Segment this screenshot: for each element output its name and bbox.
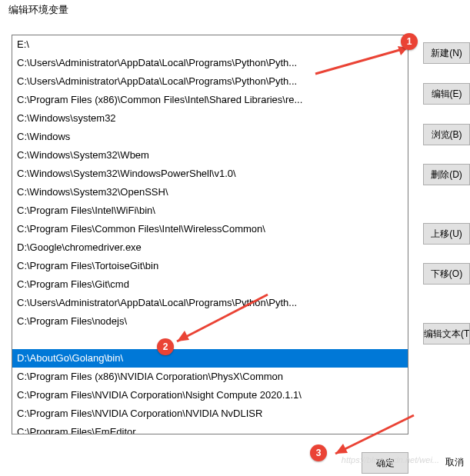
move-down-button[interactable]: 下移(O) bbox=[423, 263, 470, 285]
path-list-item[interactable]: E:\ bbox=[12, 35, 408, 54]
delete-button[interactable]: 删除(D) bbox=[423, 164, 470, 185]
window-title: 编辑环境变量 bbox=[8, 3, 68, 17]
path-list-item[interactable]: C:\Program Files\NVIDIA Corporation\Nsig… bbox=[12, 386, 408, 404]
path-list-item[interactable]: C:\Users\Administrator\AppData\Local\Pro… bbox=[12, 54, 408, 72]
path-list-item[interactable]: C:\Users\Administrator\AppData\Local\Pro… bbox=[12, 294, 408, 312]
edit-text-button[interactable]: 编辑文本(T) bbox=[423, 323, 470, 345]
new-button[interactable]: 新建(N) bbox=[423, 42, 470, 64]
annotation-badge-2: 2 bbox=[157, 338, 174, 355]
path-list-item[interactable]: D:\AboutGo\Golang\bin\ bbox=[12, 349, 408, 368]
path-list-item[interactable]: C:\Program Files\EmEditor bbox=[12, 423, 408, 434]
path-list-item[interactable]: C:\Windows\system32 bbox=[12, 109, 408, 128]
path-list-item[interactable]: C:\Windows\System32\OpenSSH\ bbox=[12, 183, 408, 201]
annotation-badge-1: 1 bbox=[401, 33, 418, 50]
annotation-badge-3: 3 bbox=[310, 444, 327, 461]
svg-marker-5 bbox=[335, 444, 348, 454]
path-list-item[interactable]: D:\Google\chromedriver.exe bbox=[12, 238, 408, 257]
path-list-item[interactable]: C:\Program Files (x86)\NVIDIA Corporatio… bbox=[12, 368, 408, 386]
path-listbox[interactable]: E:\C:\Users\Administrator\AppData\Local\… bbox=[12, 35, 408, 434]
path-list-item[interactable]: C:\Program Files\TortoiseGit\bin bbox=[12, 257, 408, 275]
move-up-button[interactable]: 上移(U) bbox=[423, 223, 470, 245]
path-list-item[interactable]: C:\Program Files\Git\cmd bbox=[12, 275, 408, 294]
watermark-text: https://blog.csdn.net/wei... bbox=[342, 455, 439, 464]
path-list-item[interactable]: C:\Program Files\nodejs\ bbox=[12, 312, 408, 331]
path-list-item[interactable] bbox=[12, 331, 408, 349]
browse-button[interactable]: 浏览(B) bbox=[423, 124, 470, 145]
path-list-item[interactable]: C:\Program Files\NVIDIA Corporation\NVID… bbox=[12, 404, 408, 423]
path-list-item[interactable]: C:\Program Files\Intel\WiFi\bin\ bbox=[12, 201, 408, 220]
path-list-item[interactable]: C:\Users\Administrator\AppData\Local\Pro… bbox=[12, 72, 408, 91]
path-list-item[interactable]: C:\Windows\System32\WindowsPowerShell\v1… bbox=[12, 165, 408, 183]
path-list-item[interactable]: C:\Windows\System32\Wbem bbox=[12, 146, 408, 165]
edit-button[interactable]: 编辑(E) bbox=[423, 83, 470, 105]
path-list-item[interactable]: C:\Windows bbox=[12, 128, 408, 146]
path-list-item[interactable]: C:\Program Files\Common Files\Intel\Wire… bbox=[12, 220, 408, 238]
path-list-item[interactable]: C:\Program Files (x86)\Common Files\Inte… bbox=[12, 91, 408, 109]
